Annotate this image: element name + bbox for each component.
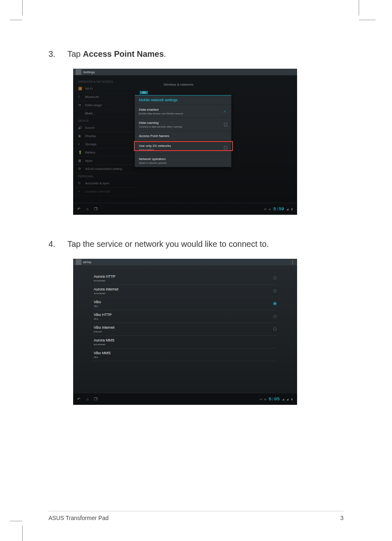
home-icon[interactable]: ⌂ <box>86 207 88 211</box>
gear-icon: ⚙ <box>78 167 82 171</box>
back-icon[interactable]: ↶ <box>77 207 81 211</box>
system-navbar: ↶ ⌂ ❐ ▭ ✉ 5:59 ◢ ▮ <box>73 203 297 215</box>
apn-item[interactable]: Aurora Internetauroraweb <box>94 285 277 297</box>
apn-sub: internet <box>94 330 115 333</box>
apn-name: Vibo Internet <box>94 325 115 330</box>
apn-name: Vibo <box>94 300 101 304</box>
cell-signal-icon: ◢ <box>286 397 288 401</box>
data-roaming-row[interactable]: Data roaming Connect to data services wh… <box>135 118 231 131</box>
status-bar: APNs ⋮ <box>73 259 297 265</box>
sidebar-item-data-usage[interactable]: ◔Data usage <box>73 101 137 109</box>
apn-name: Aurora MMS <box>94 338 115 342</box>
sync-icon: ↻ <box>78 181 82 185</box>
apn-sub: auroraweb <box>94 292 118 295</box>
sidebar-item-bluetooth[interactable]: ᛒBluetooth <box>73 93 137 101</box>
apn-name: Vibo HTTP <box>94 313 112 317</box>
notification-icon[interactable]: ✉ <box>264 397 266 401</box>
page-footer: ASUS Transformer Pad 3 <box>48 511 344 521</box>
radio-unselected-icon[interactable] <box>273 327 277 331</box>
radio-unselected-icon[interactable] <box>273 276 277 280</box>
status-title: APNs <box>83 260 91 264</box>
notification-icon[interactable]: ▭ <box>260 397 262 401</box>
settings-sidebar: WIRELESS & NETWORKS 📶Wi-Fi ᛒBluetooth ◔D… <box>73 75 137 203</box>
back-icon[interactable]: ↶ <box>77 397 81 401</box>
checkbox-unchecked-icon[interactable] <box>224 123 227 126</box>
clock: 5:59 <box>273 207 284 211</box>
sidebar-item-more[interactable]: More... <box>73 109 137 118</box>
data-enabled-row[interactable]: Data enabled Enable data access over Mob… <box>135 105 231 118</box>
sidebar-item-sound[interactable]: 🔊Sound <box>73 124 137 132</box>
content-header: Wireless & networks <box>164 83 193 86</box>
apn-item[interactable]: Vibo HTTPvibo <box>94 310 277 323</box>
footer-page-number: 3 <box>340 515 344 521</box>
step-text: Tap Access Point Names. <box>67 49 166 59</box>
battery-status-icon: ▮ <box>291 207 293 211</box>
clock: 6:05 <box>269 397 279 402</box>
network-operators-row[interactable]: Network operators Select a network opera… <box>135 154 231 167</box>
wifi-icon: 📶 <box>78 87 82 91</box>
sidebar-item-wifi[interactable]: 📶Wi-Fi <box>73 85 137 93</box>
apn-name: Vibo MMS <box>94 351 111 355</box>
apn-sub: aurorawap <box>94 279 115 282</box>
sidebar-item-accounts[interactable]: ↻Accounts & sync <box>73 179 137 188</box>
system-navbar: ↶ ⌂ ❐ ▭ ✉ 6:05 ◢ ◢ ▮ <box>73 393 297 405</box>
data-usage-icon: ◔ <box>78 103 82 107</box>
sidebar-item-storage[interactable]: ≡Storage <box>73 140 137 149</box>
notification-icon[interactable]: ✉ <box>269 207 271 211</box>
recent-icon[interactable]: ❐ <box>94 207 97 211</box>
footer-product: ASUS Transformer Pad <box>48 515 108 521</box>
mobile-network-dialog: Mobile network settings Data enabled Ena… <box>135 95 231 167</box>
storage-icon: ≡ <box>78 142 82 146</box>
screenshot-mobile-network-settings: Settings WIRELESS & NETWORKS 📶Wi-Fi ᛒBlu… <box>73 69 297 215</box>
sidebar-header-wireless: WIRELESS & NETWORKS <box>73 79 137 85</box>
sidebar-header-device: DEVICE <box>73 118 137 124</box>
step-text: Tap the service or network you would lik… <box>67 239 269 249</box>
step-3: 3. Tap Access Point Names. <box>48 49 344 59</box>
status-title: Settings <box>83 70 95 74</box>
access-point-names-row[interactable]: Access Point Names <box>135 131 231 141</box>
dialog-title: Mobile network settings <box>135 95 231 105</box>
radio-unselected-icon[interactable] <box>273 289 277 293</box>
apn-item[interactable]: Aurora HTTPaurorawap <box>94 272 277 285</box>
sidebar-item-apps[interactable]: ▦Apps <box>73 157 137 165</box>
apn-item[interactable]: Aurora MMSaurorawap <box>94 336 277 348</box>
settings-app-icon <box>76 259 81 265</box>
apn-sub: aurorawap <box>94 343 115 346</box>
checkbox-unchecked-icon[interactable] <box>224 146 227 149</box>
apn-name: Aurora HTTP <box>94 274 115 279</box>
recent-icon[interactable]: ❐ <box>94 397 97 401</box>
battery-status-icon: ▮ <box>291 397 293 401</box>
sidebar-item-display[interactable]: ◉Display <box>73 132 137 140</box>
wifi-signal-icon: ◢ <box>282 397 284 401</box>
battery-icon: 🔋 <box>78 151 82 154</box>
wifi-signal-icon: ◢ <box>286 207 288 211</box>
apn-list: Aurora HTTPaurorawapAurora Internetauror… <box>73 265 297 393</box>
sidebar-item-battery[interactable]: 🔋Battery <box>73 149 137 157</box>
apn-name: Aurora Internet <box>94 287 118 291</box>
radio-selected-icon[interactable] <box>273 302 277 305</box>
settings-app-icon <box>76 69 81 75</box>
apn-sub: vibo <box>94 318 112 320</box>
location-icon: ⌖ <box>78 190 82 193</box>
screenshot-apns: APNs ⋮ Aurora HTTPaurorawapAurora Intern… <box>73 259 297 405</box>
overflow-menu-icon[interactable]: ⋮ <box>291 260 295 265</box>
sidebar-header-personal: PERSONAL <box>73 173 137 179</box>
apps-icon: ▦ <box>78 159 82 163</box>
display-icon: ◉ <box>78 134 82 138</box>
checkbox-checked-icon[interactable]: ✓ <box>223 109 227 114</box>
status-bar: Settings <box>73 69 297 75</box>
notification-icon[interactable]: ▭ <box>264 207 266 211</box>
use-only-2g-row[interactable]: Use only 2G networks Saves battery <box>135 141 231 154</box>
apn-item[interactable]: Vibo Internetinternet <box>94 323 277 336</box>
sound-icon: 🔊 <box>78 126 82 130</box>
radio-unselected-icon[interactable] <box>273 315 277 318</box>
sidebar-item-location[interactable]: ⌖Location services <box>73 188 137 196</box>
apn-item[interactable]: Vibovibo <box>94 297 277 310</box>
sidebar-item-asus[interactable]: ⚙ASUS customized setting <box>73 165 137 173</box>
home-icon[interactable]: ⌂ <box>86 397 88 401</box>
step-number: 4. <box>48 239 67 249</box>
wifi-toggle[interactable]: ON <box>140 91 148 94</box>
bluetooth-icon: ᛒ <box>78 95 82 99</box>
apn-sub: vibo <box>94 356 111 358</box>
apn-item[interactable]: Vibo MMSvibo <box>94 348 277 361</box>
